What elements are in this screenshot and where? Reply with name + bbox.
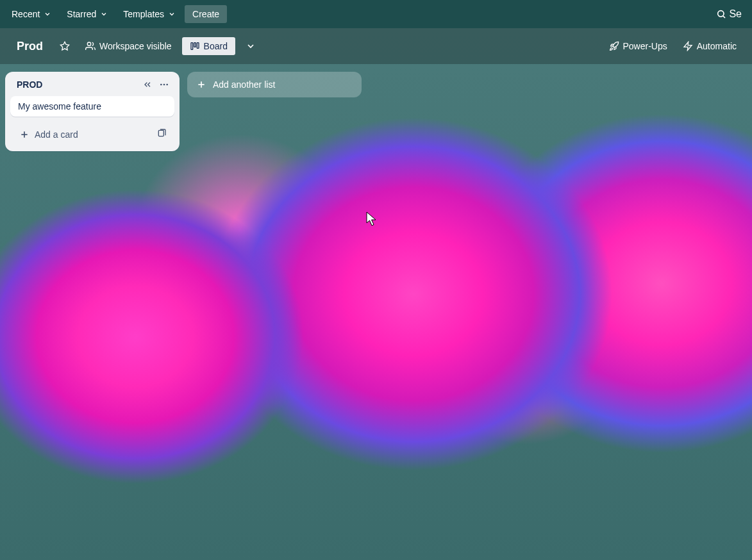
collapse-list-icon[interactable] [142,79,153,90]
automation-button[interactable]: Automatic [678,37,742,55]
power-ups-label: Power-Ups [623,41,667,51]
star-icon [60,41,70,51]
bolt-icon [683,41,693,51]
board-header: Prod Workspace visible Board Power-Ups [0,28,752,64]
search-icon [716,9,726,19]
list-footer: Add a card [10,122,174,146]
svg-line-1 [724,16,726,18]
top-nav: Recent Starred Templates Create Se [0,0,752,28]
nav-templates-label: Templates [123,9,164,19]
star-board-button[interactable] [54,37,75,55]
nav-recent-label: Recent [12,9,40,19]
svg-point-0 [718,11,724,17]
svg-point-8 [160,84,162,86]
nav-starred-label: Starred [67,9,96,19]
plus-icon [19,129,29,140]
card-template-button[interactable] [153,124,171,145]
svg-rect-13 [158,130,163,136]
search-label: Se [729,8,742,20]
card[interactable]: My awesome feature [10,96,174,117]
svg-marker-7 [684,42,692,50]
svg-point-10 [166,84,168,86]
search-button[interactable]: Se [711,4,747,24]
svg-rect-5 [194,43,196,47]
svg-point-9 [163,84,165,86]
add-card-label: Add a card [35,129,78,140]
automation-label: Automatic [697,41,737,51]
list-title[interactable]: PROD [17,79,42,90]
chevron-down-icon [100,10,108,18]
create-button[interactable]: Create [185,5,227,23]
card-title: My awesome feature [18,101,101,111]
board-view-label: Board [204,41,228,51]
list-header: PROD [10,77,174,91]
add-list-button[interactable]: Add another list [187,72,362,97]
template-icon [156,128,167,138]
chevron-down-icon [168,10,176,18]
plus-icon [196,79,206,90]
svg-marker-2 [60,42,69,50]
board-lists-container: PROD My awesome feature Add a card [0,64,752,159]
board-view-switcher[interactable]: Board [182,37,235,55]
svg-point-3 [87,42,90,45]
svg-rect-4 [191,43,193,50]
board-view-chevron[interactable] [240,37,261,55]
board-icon [190,41,200,51]
chevron-down-icon [246,41,256,51]
nav-templates[interactable]: Templates [117,5,182,23]
power-ups-button[interactable]: Power-Ups [604,37,673,55]
nav-starred[interactable]: Starred [60,5,114,23]
chevron-down-icon [44,10,51,18]
list: PROD My awesome feature Add a card [5,72,180,151]
rocket-icon [609,41,619,51]
add-list-label: Add another list [213,79,275,90]
people-icon [85,41,96,51]
board-title[interactable]: Prod [10,40,49,53]
workspace-visibility-button[interactable]: Workspace visible [80,37,177,55]
nav-recent[interactable]: Recent [5,5,58,23]
svg-rect-6 [197,43,199,49]
list-menu-icon[interactable] [159,79,169,90]
add-card-button[interactable]: Add a card [14,126,153,144]
workspace-visibility-label: Workspace visible [99,41,172,51]
